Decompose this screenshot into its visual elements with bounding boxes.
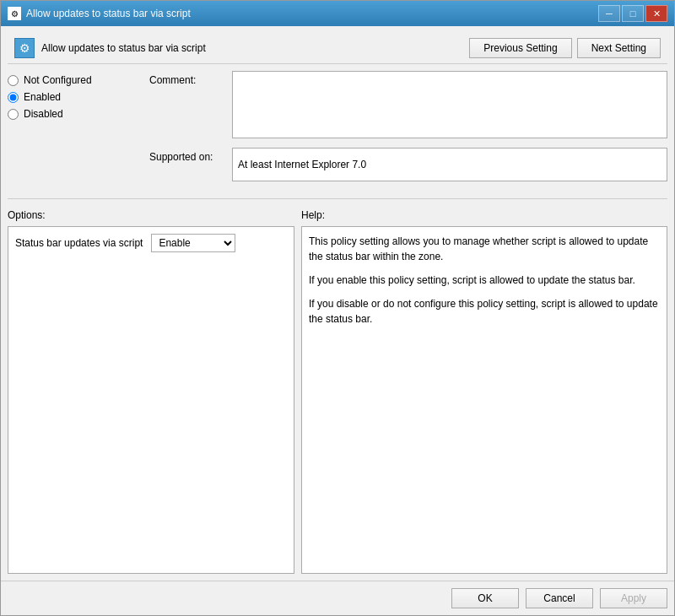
apply-button[interactable]: Apply [600,588,667,608]
radio-section: Not Configured Enabled Disabled [8,71,143,123]
not-configured-radio[interactable] [8,75,19,86]
option-row: Status bar updates via script Enable Dis… [15,234,287,252]
previous-setting-button[interactable]: Previous Setting [469,38,571,58]
title-bar-buttons: ─ □ ✕ [598,5,667,22]
supported-row: Supported on: At least Internet Explorer… [149,148,667,181]
options-box: Status bar updates via script Enable Dis… [8,226,294,574]
options-help-row: Options: Status bar updates via script E… [8,209,667,574]
enabled-radio-label[interactable]: Enabled [8,91,143,103]
maximize-button[interactable]: □ [622,5,644,22]
comment-column: Comment: Supported on: At least Internet… [149,71,667,188]
not-configured-radio-label[interactable]: Not Configured [8,74,143,86]
option-label: Status bar updates via script [15,237,143,249]
disabled-radio[interactable] [8,109,19,120]
enabled-radio[interactable] [8,92,19,103]
options-title: Options: [8,209,294,221]
help-title: Help: [301,209,667,221]
window-title: Allow updates to status bar via script [26,8,191,19]
ok-button[interactable]: OK [451,588,519,608]
supported-value-box: At least Internet Explorer 7.0 [232,148,667,181]
options-panel: Options: Status bar updates via script E… [8,209,294,574]
radio-column: Not Configured Enabled Disabled [8,71,143,188]
next-setting-button[interactable]: Next Setting [577,38,661,58]
help-panel: Help: This policy setting allows you to … [301,209,667,574]
status-bar-select[interactable]: Enable Disable [151,234,235,252]
divider [8,198,667,199]
comment-row: Comment: [149,71,667,141]
header-section: ⚙ Allow updates to status bar via script… [8,33,667,64]
top-area: Not Configured Enabled Disabled Comment: [8,71,667,188]
cancel-button[interactable]: Cancel [526,588,593,608]
help-paragraph-2: If you enable this policy setting, scrip… [309,273,660,288]
header-icon: ⚙ [14,38,35,58]
help-paragraph-3: If you disable or do not configure this … [309,296,660,327]
window-icon: ⚙ [8,7,21,20]
help-box: This policy setting allows you to manage… [301,226,667,574]
header-left: ⚙ Allow updates to status bar via script [14,38,206,58]
minimize-button[interactable]: ─ [598,5,620,22]
disabled-radio-label[interactable]: Disabled [8,108,143,120]
title-bar: ⚙ Allow updates to status bar via script… [1,1,674,26]
header-buttons: Previous Setting Next Setting [469,38,661,58]
comment-label: Comment: [149,71,225,86]
supported-label: Supported on: [149,148,225,163]
header-title: Allow updates to status bar via script [41,42,206,54]
content-area: ⚙ Allow updates to status bar via script… [1,26,674,581]
help-paragraph-1: This policy setting allows you to manage… [309,234,660,264]
close-button[interactable]: ✕ [645,5,667,22]
title-bar-left: ⚙ Allow updates to status bar via script [8,7,191,20]
comment-textarea[interactable] [232,71,667,138]
main-window: ⚙ Allow updates to status bar via script… [0,0,675,616]
comment-textarea-container [232,71,667,141]
footer: OK Cancel Apply [1,581,674,615]
